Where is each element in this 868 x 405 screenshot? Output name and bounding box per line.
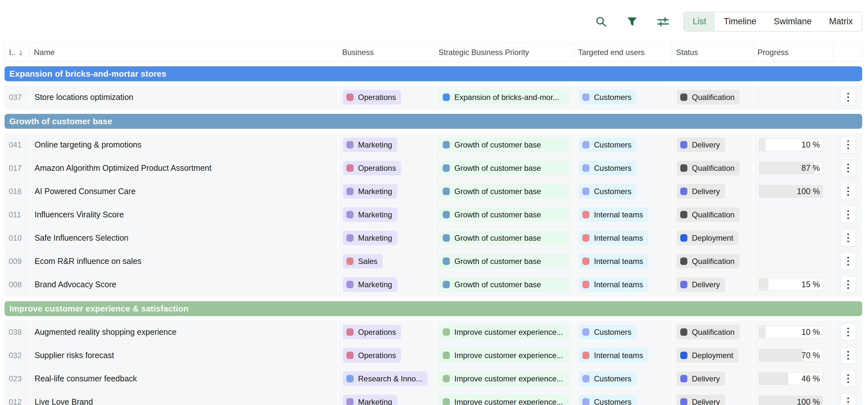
priority-badge[interactable]: Growth of customer base	[439, 277, 569, 292]
row-name[interactable]: Ecom R&R influence on sales	[29, 250, 338, 273]
row-menu-button[interactable]	[840, 160, 856, 177]
users-badge[interactable]: Customers	[579, 184, 637, 199]
row-name[interactable]: Store locations optimization	[29, 86, 338, 109]
tab-timeline[interactable]: Timeline	[715, 12, 765, 31]
business-badge[interactable]: Marketing	[343, 231, 397, 245]
row-menu-button[interactable]	[840, 229, 856, 247]
sort-desc-icon[interactable]: ↓	[19, 47, 23, 57]
status-badge[interactable]: Deployment	[677, 231, 738, 245]
row-menu-button[interactable]	[840, 347, 856, 364]
priority-badge[interactable]: Improve customer experience...	[439, 371, 569, 386]
column-header-business[interactable]: Business	[338, 44, 434, 61]
table-row[interactable]: 010 Safe Influencers Selection Marketing…	[4, 226, 862, 250]
business-badge[interactable]: Operations	[343, 90, 401, 105]
row-name[interactable]: Supplier risks forecast	[29, 344, 338, 367]
group-header[interactable]: Growth of customer base	[4, 114, 862, 129]
business-badge[interactable]: Marketing	[343, 395, 397, 405]
row-menu-button[interactable]	[840, 253, 856, 270]
status-badge[interactable]: Delivery	[677, 184, 725, 199]
row-menu-button[interactable]	[840, 136, 856, 153]
table-row[interactable]: 008 Brand Advocacy Score Marketing Growt…	[4, 273, 862, 296]
business-badge[interactable]: Operations	[343, 325, 401, 339]
row-name[interactable]: AI Powered Consumer Care	[29, 180, 338, 203]
users-badge[interactable]: Customers	[579, 161, 637, 175]
column-header-priority[interactable]: Strategic Business Priority	[434, 44, 574, 61]
table-row[interactable]: 009 Ecom R&R influence on sales Sales Gr…	[4, 250, 862, 273]
status-badge[interactable]: Delivery	[677, 395, 725, 405]
users-badge[interactable]: Customers	[579, 395, 637, 405]
table-row[interactable]: 023 Real-life consumer feedback Research…	[4, 367, 862, 390]
status-badge[interactable]: Delivery	[677, 371, 725, 386]
priority-badge[interactable]: Growth of customer base	[439, 138, 569, 152]
row-name[interactable]: Safe Influencers Selection	[29, 226, 338, 250]
column-header-status[interactable]: Status	[672, 44, 753, 61]
priority-badge[interactable]: Growth of customer base	[439, 184, 569, 199]
table-row[interactable]: 037 Store locations optimization Operati…	[4, 86, 862, 109]
table-row[interactable]: 017 Amazon Algorithm Optimized Product A…	[4, 156, 862, 180]
users-badge[interactable]: Internal teams	[579, 254, 648, 268]
business-badge[interactable]: Operations	[343, 161, 401, 175]
column-header-id[interactable]: I.. ↓	[4, 44, 29, 61]
column-header-users[interactable]: Targeted end users	[574, 44, 672, 61]
row-name[interactable]: Online targeting & promotions	[29, 133, 338, 156]
priority-badge[interactable]: Growth of customer base	[439, 254, 569, 268]
row-name[interactable]: Influencers Virality Score	[29, 203, 338, 226]
tab-matrix[interactable]: Matrix	[820, 12, 862, 31]
priority-badge[interactable]: Improve customer experience...	[439, 325, 569, 339]
table-row[interactable]: 038 Augmented reality shopping experienc…	[4, 321, 862, 344]
status-badge[interactable]: Delivery	[677, 138, 725, 152]
status-badge[interactable]: Qualification	[677, 161, 740, 175]
status-badge[interactable]: Qualification	[677, 325, 740, 339]
status-badge[interactable]: Delivery	[677, 277, 725, 292]
business-badge[interactable]: Marketing	[343, 207, 397, 222]
column-header-name[interactable]: Name	[29, 44, 338, 61]
group-header[interactable]: Expansion of bricks-and-mortar stores	[4, 66, 862, 81]
priority-badge[interactable]: Expansion of bricks-and-mor...	[439, 90, 569, 105]
business-badge[interactable]: Sales	[343, 254, 383, 268]
users-badge[interactable]: Customers	[579, 371, 637, 386]
table-row[interactable]: 016 AI Powered Consumer Care Marketing G…	[4, 180, 862, 203]
search-button[interactable]	[595, 15, 608, 28]
status-badge[interactable]: Qualification	[677, 207, 740, 222]
row-menu-button[interactable]	[840, 206, 856, 223]
group-header[interactable]: Improve customer experience & satisfacti…	[4, 301, 862, 316]
row-name[interactable]: Augmented reality shopping experience	[29, 321, 338, 344]
row-name[interactable]: Live Love Brand	[29, 390, 338, 405]
business-badge[interactable]: Marketing	[343, 184, 397, 199]
table-row[interactable]: 041 Online targeting & promotions Market…	[4, 133, 862, 156]
business-badge[interactable]: Operations	[343, 348, 401, 363]
business-badge[interactable]: Research & Inno...	[343, 371, 428, 386]
row-name[interactable]: Amazon Algorithm Optimized Product Assor…	[29, 156, 338, 179]
business-badge[interactable]: Marketing	[343, 277, 397, 292]
priority-badge[interactable]: Improve customer experience...	[439, 395, 569, 405]
status-badge[interactable]: Qualification	[677, 90, 740, 105]
row-menu-button[interactable]	[840, 393, 856, 405]
priority-badge[interactable]: Improve customer experience...	[439, 348, 569, 363]
row-menu-button[interactable]	[840, 276, 856, 293]
row-menu-button[interactable]	[840, 323, 856, 341]
status-badge[interactable]: Qualification	[677, 254, 740, 268]
priority-badge[interactable]: Growth of customer base	[439, 207, 569, 222]
row-menu-button[interactable]	[840, 183, 856, 200]
users-badge[interactable]: Internal teams	[579, 207, 648, 222]
tune-button[interactable]	[657, 15, 670, 28]
tab-swimlane[interactable]: Swimlane	[765, 12, 820, 31]
row-menu-button[interactable]	[840, 89, 856, 106]
filter-button[interactable]	[626, 15, 639, 28]
users-badge[interactable]: Customers	[579, 90, 637, 105]
row-menu-button[interactable]	[840, 370, 856, 387]
priority-badge[interactable]: Growth of customer base	[439, 231, 569, 245]
users-badge[interactable]: Internal teams	[579, 348, 648, 363]
row-name[interactable]: Brand Advocacy Score	[29, 273, 338, 296]
users-badge[interactable]: Internal teams	[579, 277, 648, 292]
users-badge[interactable]: Customers	[579, 325, 637, 339]
table-row[interactable]: 011 Influencers Virality Score Marketing…	[4, 203, 862, 226]
column-header-progress[interactable]: Progress	[753, 44, 833, 61]
tab-list[interactable]: List	[684, 12, 715, 31]
users-badge[interactable]: Internal teams	[579, 231, 648, 245]
table-row[interactable]: 032 Supplier risks forecast Operations I…	[4, 344, 862, 367]
priority-badge[interactable]: Growth of customer base	[439, 161, 569, 175]
row-name[interactable]: Real-life consumer feedback	[29, 367, 338, 390]
users-badge[interactable]: Customers	[579, 138, 637, 152]
business-badge[interactable]: Marketing	[343, 138, 397, 152]
